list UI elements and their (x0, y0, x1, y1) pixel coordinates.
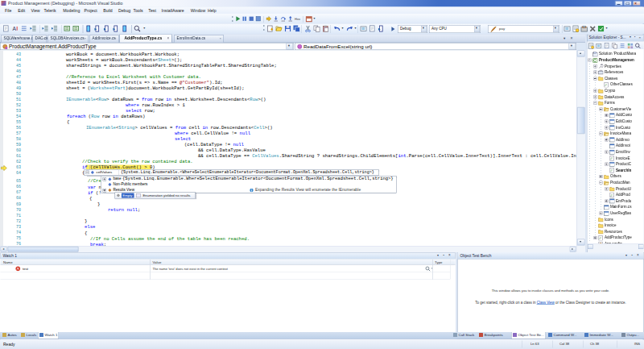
svg-text:A: A (12, 26, 16, 31)
svg-text:C: C (593, 59, 597, 63)
